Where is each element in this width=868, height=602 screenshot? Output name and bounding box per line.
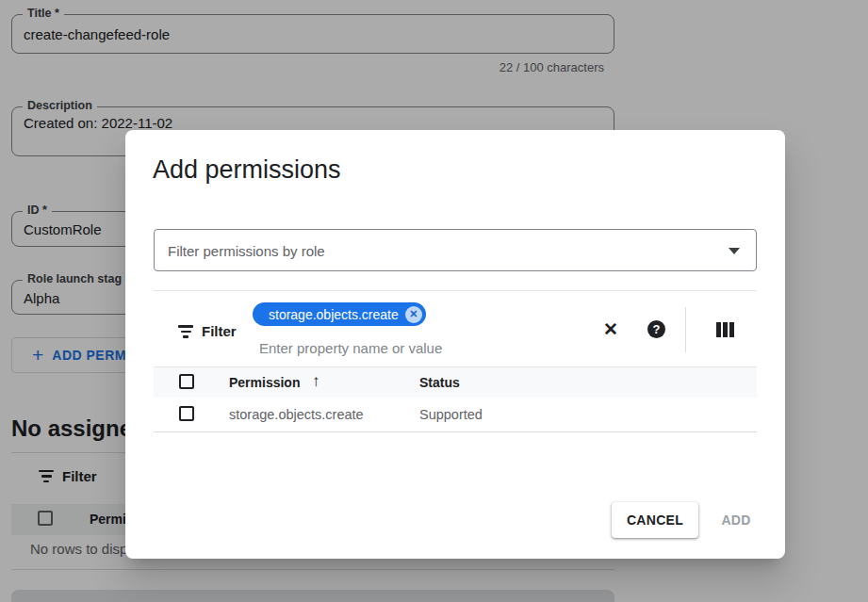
filter-chip-text: storage.objects.create xyxy=(269,307,399,322)
row-permission: storage.objects.create xyxy=(229,407,364,422)
permissions-filter-toolbar: Filter storage.objects.create Enter prop… xyxy=(154,290,757,366)
dialog-title: Add permissions xyxy=(153,153,341,187)
column-display-icon[interactable] xyxy=(716,322,734,337)
role-filter-placeholder: Filter permissions by role xyxy=(168,242,325,258)
filter-label: Filter xyxy=(202,323,237,339)
filter-icon xyxy=(177,325,194,338)
permissions-table: Permission ↑ Status storage.objects.crea… xyxy=(154,366,757,432)
filter-chip[interactable]: storage.objects.create xyxy=(253,302,426,326)
permission-column-header[interactable]: Permission xyxy=(229,375,300,390)
role-filter-dropdown[interactable]: Filter permissions by role xyxy=(154,229,757,271)
filter-input-placeholder[interactable]: Enter property name or value xyxy=(259,340,442,356)
add-permissions-dialog: Add permissions Filter permissions by ro… xyxy=(125,130,785,559)
cancel-button[interactable]: CANCEL xyxy=(612,502,698,538)
create-role-screen: Title * create-changefeed-role 22 / 100 … xyxy=(0,0,868,602)
add-button[interactable]: ADD xyxy=(708,502,764,538)
arrow-up-icon[interactable]: ↑ xyxy=(312,372,320,391)
close-circle-icon[interactable] xyxy=(405,306,422,323)
row-checkbox[interactable] xyxy=(179,406,194,421)
help-icon[interactable] xyxy=(647,320,665,338)
status-column-header[interactable]: Status xyxy=(419,375,460,390)
permissions-table-header: Permission ↑ Status xyxy=(154,366,757,398)
table-row: storage.objects.create Supported xyxy=(154,398,757,432)
chevron-down-icon xyxy=(729,248,740,254)
toolbar-divider xyxy=(685,307,686,352)
row-status: Supported xyxy=(419,407,483,422)
close-icon[interactable] xyxy=(600,318,621,339)
select-all-checkbox[interactable] xyxy=(179,374,194,389)
